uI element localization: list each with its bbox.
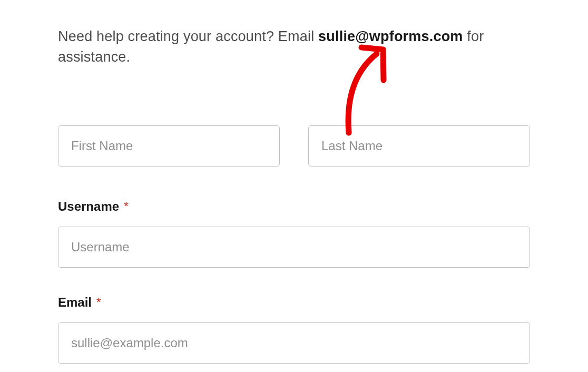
required-star: * <box>96 295 101 309</box>
required-star: * <box>124 199 129 213</box>
help-text: Need help creating your account? Email s… <box>58 26 530 67</box>
form-container: Need help creating your account? Email s… <box>0 0 588 364</box>
email-group: Email * <box>58 295 530 364</box>
last-name-input[interactable] <box>308 125 530 167</box>
email-input[interactable] <box>58 322 530 364</box>
username-input[interactable] <box>58 227 530 268</box>
first-name-input[interactable] <box>58 125 280 167</box>
username-label: Username * <box>58 199 530 214</box>
last-name-group <box>308 125 530 167</box>
username-group: Username * <box>58 199 530 268</box>
email-label-text: Email <box>58 295 92 309</box>
help-email: sullie@wpforms.com <box>318 28 463 44</box>
first-name-group <box>58 125 280 167</box>
email-label: Email * <box>58 295 530 310</box>
help-text-prefix: Need help creating your account? Email <box>58 28 318 44</box>
username-label-text: Username <box>58 199 119 213</box>
name-row <box>58 125 530 167</box>
